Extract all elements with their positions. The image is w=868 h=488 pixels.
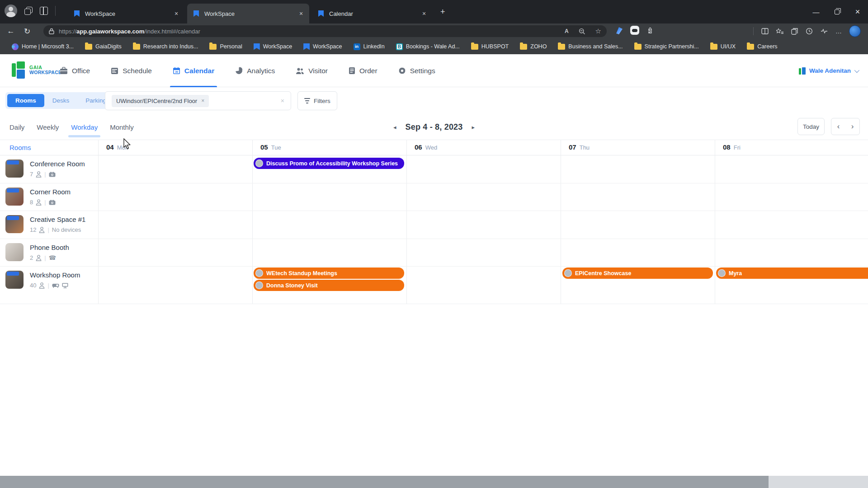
bookmark-label: GaiaDigits xyxy=(95,43,122,50)
url-text: https://app.gaiaworkspace.com/index.html… xyxy=(59,28,200,35)
bookmark-folder[interactable]: Careers xyxy=(747,43,777,50)
bookmark-item[interactable]: WorkSpace xyxy=(254,43,292,50)
bookmark-folder[interactable]: GaiaDigits xyxy=(85,43,122,50)
event-myra[interactable]: Myra xyxy=(716,267,868,279)
event-donna-stoney[interactable]: Donna Stoney Visit xyxy=(254,280,404,291)
browser-tab-2-active[interactable]: WorkSpace × xyxy=(187,4,309,23)
prev-range-icon[interactable]: ◂ xyxy=(393,124,396,131)
view-controls-row: Daily Weekly Workday Monthly ◂ Sep 4 - 8… xyxy=(0,117,868,140)
room-name[interactable]: Creative Space #1 xyxy=(30,216,85,223)
windows-user-avatar[interactable] xyxy=(5,5,17,17)
more-options-icon[interactable]: … xyxy=(835,28,842,35)
nav-item-calendar[interactable]: 30 Calendar xyxy=(173,54,214,87)
main-nav: Office Schedule 30 Calendar Analytics Vi… xyxy=(60,54,435,87)
clear-input-icon[interactable]: × xyxy=(281,97,284,104)
event-discuss-promo[interactable]: Discuss Promo of Accessibility Workshop … xyxy=(254,158,404,169)
split-screen-icon[interactable] xyxy=(761,28,769,34)
rooms-column-header[interactable]: Rooms xyxy=(9,144,31,151)
new-tab-button[interactable]: + xyxy=(440,7,445,16)
event-organizer-avatar xyxy=(718,269,726,277)
next-button[interactable]: › xyxy=(845,118,859,135)
bookmark-item[interactable]: Home | Microsoft 3... xyxy=(12,43,74,50)
bookmark-item[interactable]: inLinkedIn xyxy=(354,43,385,50)
prev-button[interactable]: ‹ xyxy=(831,118,845,135)
restore-button[interactable] xyxy=(826,0,847,23)
bookmark-item[interactable]: BBookings - Wale Ad... xyxy=(396,43,460,50)
divider xyxy=(753,27,754,35)
mouse-cursor xyxy=(123,138,132,150)
view-tab-monthly[interactable]: Monthly xyxy=(110,117,134,137)
location-chip[interactable]: UWindsor/EPICentre/2nd Floor × xyxy=(112,95,209,107)
nav-item-settings[interactable]: Settings xyxy=(398,54,435,87)
bookmark-folder[interactable]: Business and Sales... xyxy=(558,43,623,50)
scrollbar-thumb[interactable] xyxy=(0,476,769,488)
tab-desks[interactable]: Desks xyxy=(44,94,78,107)
filter-row: Rooms Desks Parking UWindsor/EPICentre/2… xyxy=(0,91,868,111)
read-aloud-icon[interactable]: A xyxy=(565,28,569,34)
room-row-corner[interactable]: Corner Room 8 | xyxy=(5,188,96,206)
browser-tab-3[interactable]: Calendar × xyxy=(312,4,432,23)
location-filter-input[interactable]: UWindsor/EPICentre/2nd Floor × × xyxy=(105,91,291,110)
minimize-button[interactable]: — xyxy=(806,0,826,23)
browser-profile-avatar[interactable] xyxy=(849,25,861,37)
copilot-extension-icon[interactable] xyxy=(630,26,639,35)
collections-icon[interactable] xyxy=(791,28,798,35)
chip-remove-icon[interactable]: × xyxy=(201,98,204,104)
room-name[interactable]: Conference Room xyxy=(30,160,85,168)
view-tab-workday[interactable]: Workday xyxy=(71,117,98,137)
separator: | xyxy=(44,171,46,178)
bookmark-folder[interactable]: Research into Indus... xyxy=(133,43,198,50)
nav-item-schedule[interactable]: Schedule xyxy=(111,54,152,87)
event-epicentre-showcase[interactable]: EPICentre Showcase xyxy=(562,267,713,279)
bookmark-folder[interactable]: ZOHO xyxy=(520,43,547,50)
tab-close-icon[interactable]: × xyxy=(297,10,305,17)
bookmark-folder[interactable]: UI/UX xyxy=(710,43,736,50)
room-row-phone-booth[interactable]: Phone Booth 2 | ☎ xyxy=(5,243,96,261)
nav-item-analytics[interactable]: Analytics xyxy=(235,54,275,87)
history-icon[interactable] xyxy=(806,28,813,35)
refresh-button[interactable]: ↻ xyxy=(19,27,35,36)
room-thumbnail xyxy=(5,215,24,233)
room-name[interactable]: Corner Room xyxy=(30,188,71,196)
app-header: GAIA WORKSPACE Office Schedule 30 Calend… xyxy=(0,54,868,87)
workspaces-icon[interactable] xyxy=(24,7,33,15)
horizontal-scrollbar[interactable] xyxy=(0,476,868,488)
room-row-conference[interactable]: Conference Room 7 | xyxy=(5,160,96,178)
favorite-star-icon[interactable]: ☆ xyxy=(595,27,601,35)
bookmark-folder[interactable]: HUBSPOT xyxy=(471,43,509,50)
room-row-creative-space[interactable]: Creative Space #1 12 | No devices xyxy=(5,215,96,233)
bookmark-folder[interactable]: Personal xyxy=(209,43,242,50)
room-row-workshop[interactable]: Workshop Room 40 | xyxy=(5,271,96,289)
room-name[interactable]: Workshop Room xyxy=(30,271,80,279)
back-button[interactable]: ← xyxy=(3,27,19,36)
address-bar[interactable]: https://app.gaiaworkspace.com/index.html… xyxy=(43,25,607,37)
room-name[interactable]: Phone Booth xyxy=(30,244,69,251)
browser-tab-1[interactable]: WorkSpace × xyxy=(68,4,184,23)
nav-item-visitor[interactable]: Visitor xyxy=(296,54,328,87)
calendar-grid: Rooms 04 Mon 05 Tue 06 Wed 07 Thu 08 Fri xyxy=(0,140,868,304)
bookmark-folder[interactable]: Strategic Partnershi... xyxy=(634,43,699,50)
filters-button[interactable]: Filters xyxy=(297,91,337,110)
designer-extension-icon[interactable] xyxy=(615,26,624,35)
user-menu[interactable]: Wale Adenitan xyxy=(799,54,858,87)
view-tab-daily[interactable]: Daily xyxy=(9,117,24,137)
event-wetech-standup[interactable]: WEtech Standup Meetings xyxy=(254,267,404,279)
bookmark-item[interactable]: WorkSpace xyxy=(303,43,342,50)
browser-essentials-icon[interactable] xyxy=(821,28,828,35)
gaia-workspace-logo[interactable]: GAIA WORKSPACE xyxy=(11,61,61,79)
today-button[interactable]: Today xyxy=(797,118,825,135)
divider xyxy=(55,6,56,16)
nav-item-order[interactable]: Order xyxy=(349,54,377,87)
nav-item-office[interactable]: Office xyxy=(60,54,90,87)
tab-close-icon[interactable]: × xyxy=(173,10,180,17)
extension-icon[interactable] xyxy=(646,27,653,34)
tab-actions-icon[interactable] xyxy=(40,7,48,15)
next-range-icon[interactable]: ▸ xyxy=(472,124,475,131)
close-button[interactable]: × xyxy=(847,0,868,23)
view-tab-weekly[interactable]: Weekly xyxy=(37,117,59,137)
url-scheme: https:// xyxy=(59,28,76,35)
zoom-icon[interactable] xyxy=(579,28,585,35)
tab-close-icon[interactable]: × xyxy=(420,10,428,17)
tab-rooms[interactable]: Rooms xyxy=(7,94,44,107)
favorites-icon[interactable] xyxy=(776,28,783,35)
